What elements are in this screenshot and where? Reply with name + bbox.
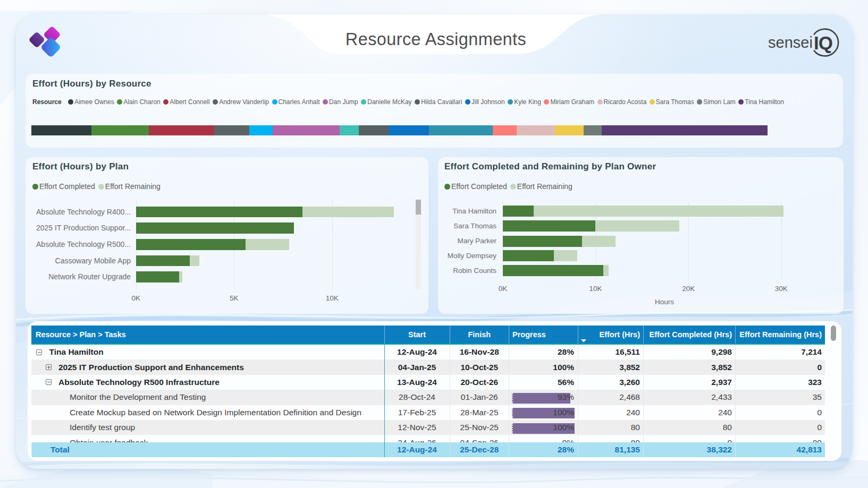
svg-text:IQ: IQ — [814, 32, 832, 53]
svg-text:sensei: sensei — [768, 34, 813, 51]
